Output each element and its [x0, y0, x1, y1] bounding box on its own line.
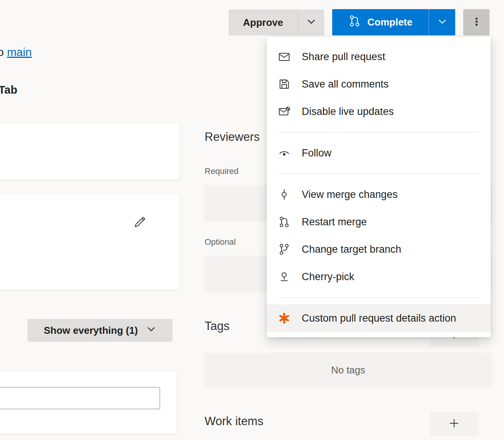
approve-button[interactable]: Approve — [229, 10, 298, 35]
complete-button[interactable]: Complete — [332, 9, 429, 35]
pull-request-page: Approve Complete — [0, 0, 504, 440]
menu-item-label: Share pull request — [302, 51, 385, 63]
chevron-down-icon — [306, 17, 316, 28]
extension-icon — [278, 312, 290, 324]
menu-item-save-all-comments[interactable]: Save all comments — [267, 70, 491, 98]
work-items-title: Work items — [205, 414, 263, 428]
description-card — [0, 193, 180, 290]
edit-description-button[interactable] — [130, 213, 149, 232]
complete-split-button: Complete — [332, 9, 455, 35]
reviewers-required-label: Required — [205, 166, 238, 176]
mail-icon — [278, 51, 290, 63]
plus-icon — [448, 418, 460, 430]
into-prefix: to — [0, 46, 4, 58]
menu-item-label: Follow — [302, 147, 331, 159]
approve-split-button: Approve — [229, 10, 324, 35]
chevron-down-icon — [146, 324, 156, 337]
more-actions-menu: Share pull request Save all comments Dis… — [267, 37, 491, 337]
branch-icon — [278, 243, 290, 255]
menu-item-label: Restart merge — [302, 216, 367, 228]
menu-item-follow[interactable]: Follow — [267, 139, 491, 167]
complete-dropdown-button[interactable] — [429, 9, 455, 35]
menu-divider — [278, 297, 479, 298]
pencil-icon — [132, 215, 147, 231]
comment-input[interactable] — [0, 387, 160, 409]
reviewers-title: Reviewers — [205, 130, 260, 144]
complete-button-label: Complete — [367, 16, 412, 28]
no-tags-box: No tags — [204, 353, 493, 387]
more-actions-button[interactable] — [463, 9, 490, 35]
menu-item-custom-pull-request-details-action[interactable]: Custom pull request details action — [267, 304, 491, 332]
menu-item-disable-live-updates[interactable]: Disable live updates — [267, 98, 491, 125]
approve-button-label: Approve — [243, 17, 283, 29]
menu-item-label: View merge changes — [302, 189, 398, 201]
tags-title: Tags — [205, 319, 229, 333]
menu-item-cherry-pick[interactable]: Cherry-pick — [267, 263, 491, 290]
menu-item-change-target-branch[interactable]: Change target branch — [267, 236, 491, 263]
reviewers-optional-label: Optional — [205, 237, 236, 247]
menu-item-restart-merge[interactable]: Restart merge — [267, 208, 491, 236]
target-branch-link[interactable]: main — [7, 46, 32, 58]
menu-divider — [278, 174, 479, 174]
status-card — [0, 123, 180, 180]
save-icon — [278, 78, 290, 90]
commit-icon — [278, 188, 290, 201]
menu-divider — [278, 132, 479, 132]
menu-item-label: Save all comments — [302, 78, 389, 90]
no-tags-label: No tags — [331, 364, 365, 376]
pull-request-icon — [278, 216, 290, 228]
chevron-down-icon — [437, 17, 447, 28]
menu-item-label: Change target branch — [302, 244, 401, 255]
add-work-item-button[interactable] — [430, 412, 478, 436]
mail-off-icon — [278, 105, 290, 118]
ellipsis-vertical-icon — [470, 16, 483, 29]
tab-label: Tab — [0, 84, 17, 96]
menu-item-label: Custom pull request details action — [302, 312, 456, 324]
menu-item-label: Cherry-pick — [302, 271, 354, 283]
target-branch-line: to main — [0, 46, 32, 59]
approve-dropdown-button[interactable] — [298, 10, 324, 35]
menu-item-label: Disable live updates — [302, 106, 394, 118]
menu-item-share-pull-request[interactable]: Share pull request — [267, 43, 491, 70]
follow-eye-icon — [278, 147, 290, 159]
cherry-pick-icon — [278, 271, 290, 283]
show-everything-label: Show everything (1) — [44, 325, 138, 336]
pull-request-icon — [348, 14, 361, 30]
show-everything-dropdown[interactable]: Show everything (1) — [27, 319, 173, 342]
menu-item-view-merge-changes[interactable]: View merge changes — [267, 181, 491, 208]
